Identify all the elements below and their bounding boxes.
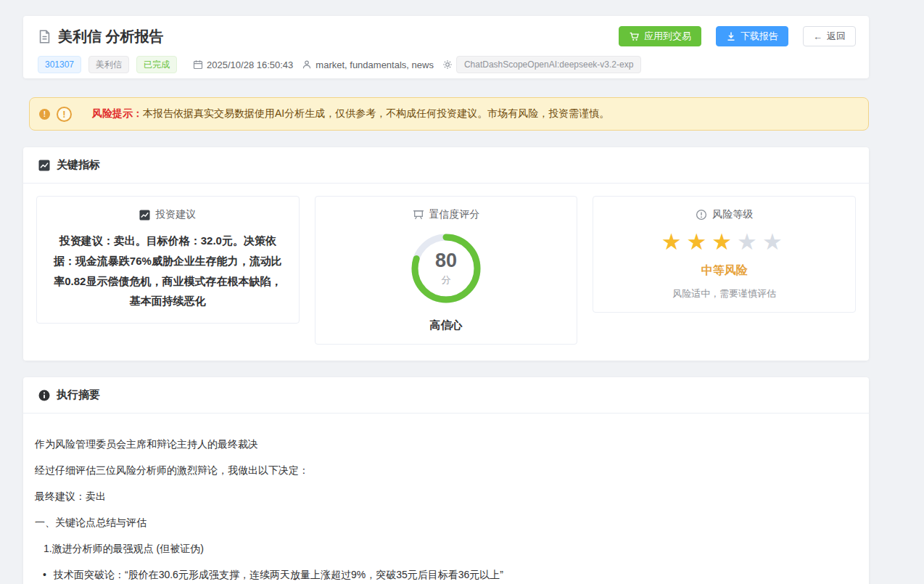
header-actions: 应用到交易 下载报告 ← 返回 — [619, 26, 856, 46]
download-report-button[interactable]: 下载报告 — [716, 26, 788, 46]
model-tag: ChatDashScopeOpenAI:deepseek-v3.2-exp — [456, 56, 641, 73]
warning-dot-icon: ! — [39, 109, 50, 120]
risk-level-description: 风险适中，需要谨慎评估 — [606, 287, 842, 300]
confidence-label: 高信心 — [329, 318, 564, 332]
calendar-icon — [193, 59, 203, 70]
risk-level-text: 中等风险 — [606, 263, 842, 279]
risk-banner-label: 风险提示： — [92, 107, 143, 119]
analysts-item: market, fundamentals, news — [302, 59, 434, 70]
report-header-card: 美利信 分析报告 应用到交易 下载报告 ← 返回 301307 美利信 — [23, 16, 869, 78]
risk-banner-body: 本报告依据真实交易数据使用AI分析生成，仅供参考，不构成任何投资建议。市场有风险… — [143, 107, 609, 119]
timestamp-text: 2025/10/28 16:50:43 — [207, 59, 293, 70]
risk-warning-banner: ! ! 风险提示：本报告依据真实交易数据使用AI分析生成，仅供参考，不构成任何投… — [29, 97, 869, 131]
trend-chart-icon — [139, 210, 150, 221]
metrics-body: 投资建议 投资建议：卖出。目标价格：32.0元。决策依据：现金流暴跌76%威胁企… — [23, 184, 869, 357]
timestamp-item: 2025/10/28 16:50:43 — [193, 59, 293, 70]
summary-paragraph: 最终建议：卖出 — [35, 489, 854, 503]
apply-to-trade-label: 应用到交易 — [644, 30, 691, 43]
meta-row: 301307 美利信 已完成 2025/10/28 16:50:43 marke… — [38, 56, 856, 73]
user-icon — [302, 59, 312, 70]
confidence-card-header: 置信度评分 — [329, 208, 564, 221]
status-tag: 已完成 — [136, 56, 177, 73]
back-label: 返回 — [827, 30, 846, 43]
star-icon: ★ — [661, 229, 687, 255]
recommendation-card-title: 投资建议 — [155, 208, 196, 221]
executive-summary-card: 执行摘要 作为风险管理委员会主席和辩论主持人的最终裁决经过仔细评估三位风险分析师… — [23, 377, 869, 584]
gauge-center: 80 分 — [411, 234, 481, 303]
download-icon — [726, 31, 736, 41]
stock-code-tag: 301307 — [38, 56, 81, 73]
risk-banner-text: 风险提示：本报告依据真实交易数据使用AI分析生成，仅供参考，不构成任何投资建议。… — [92, 107, 609, 120]
star-icon: ★ — [737, 229, 762, 255]
recommendation-card: 投资建议 投资建议：卖出。目标价格：32.0元。决策依据：现金流暴跌76%威胁企… — [36, 196, 300, 324]
summary-section-header: 执行摘要 — [23, 377, 869, 414]
data-board-icon — [413, 209, 424, 221]
risk-stars: ★★★★★ — [606, 231, 842, 253]
summary-paragraph: 经过仔细评估三位风险分析师的激烈辩论，我做出以下决定： — [35, 463, 854, 477]
document-icon — [38, 30, 51, 44]
gear-icon — [442, 59, 453, 70]
summary-paragraph: 一、关键论点总结与评估 — [35, 515, 854, 530]
back-arrow-icon: ← — [813, 31, 822, 42]
model-item: ChatDashScopeOpenAI:deepseek-v3.2-exp — [442, 56, 641, 73]
stock-name-tag: 美利信 — [88, 56, 129, 73]
risk-card-header: 风险等级 — [606, 208, 842, 221]
recommendation-card-header: 投资建议 — [50, 208, 286, 221]
title-row: 美利信 分析报告 应用到交易 下载报告 ← 返回 — [38, 26, 856, 46]
summary-paragraph: 作为风险管理委员会主席和辩论主持人的最终裁决 — [35, 437, 854, 451]
recommendation-text: 投资建议：卖出。目标价格：32.0元。决策依据：现金流暴跌76%威胁企业生存能力… — [50, 231, 286, 311]
key-metrics-card: 关键指标 投资建议 投资建议：卖出。目标价格：32.0元。决策依据：现金流暴跌7… — [23, 147, 869, 361]
confidence-card-title: 置信度评分 — [429, 208, 480, 221]
trend-chart-icon — [38, 160, 50, 171]
apply-to-trade-button[interactable]: 应用到交易 — [619, 26, 701, 46]
key-metrics-section-header: 关键指标 — [23, 147, 869, 184]
confidence-card: 置信度评分 80 分 高信心 — [315, 196, 578, 345]
warning-circle-icon: ! — [57, 107, 72, 122]
download-report-label: 下载报告 — [741, 30, 778, 43]
star-icon: ★ — [762, 229, 788, 255]
confidence-score: 80 — [435, 251, 457, 271]
summary-paragraph: 技术面突破论：“股价在30.6元形成强支撑，连续两天放量上涨超过9%，突破35元… — [35, 567, 854, 582]
star-icon: ★ — [711, 229, 737, 255]
confidence-gauge: 80 分 — [411, 234, 481, 303]
summary-title: 执行摘要 — [57, 388, 100, 402]
summary-paragraph: 1.激进分析师的最强观点 (但被证伪) — [35, 541, 854, 556]
back-button[interactable]: ← 返回 — [803, 26, 856, 46]
title-group: 美利信 分析报告 — [38, 27, 619, 46]
analysts-text: market, fundamentals, news — [315, 59, 434, 70]
warning-outline-icon — [696, 209, 707, 221]
cart-icon — [629, 31, 640, 42]
summary-body: 作为风险管理委员会主席和辩论主持人的最终裁决经过仔细评估三位风险分析师的激烈辩论… — [23, 414, 869, 584]
star-icon: ★ — [686, 229, 711, 255]
risk-level-card: 风险等级 ★★★★★ 中等风险 风险适中，需要谨慎评估 — [593, 196, 856, 313]
info-icon — [38, 390, 50, 401]
confidence-unit: 分 — [442, 274, 451, 287]
key-metrics-title: 关键指标 — [57, 158, 100, 172]
page-title: 美利信 分析报告 — [58, 27, 164, 46]
risk-card-title: 风险等级 — [712, 208, 753, 221]
